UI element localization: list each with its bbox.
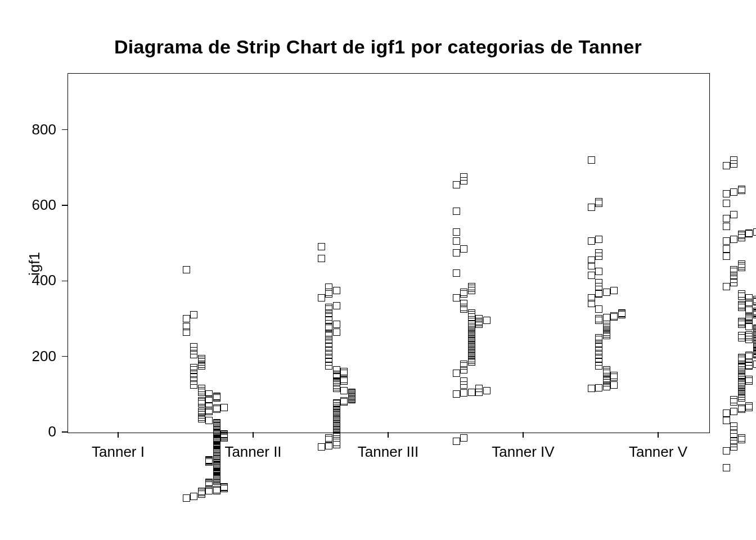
y-tick-mark [62,205,68,206]
data-point [333,399,340,407]
chart-container: { "chart_data": { "type": "scatter", "ti… [0,0,756,540]
data-point [190,493,197,500]
data-point [333,302,340,309]
data-point [453,249,460,256]
data-point [618,309,626,317]
data-point [333,439,340,446]
data-point [723,215,730,222]
data-point [340,368,348,375]
data-point [738,260,745,268]
data-point [318,255,325,262]
data-point [333,321,340,328]
x-tick-mark [118,432,119,438]
data-point [190,311,197,318]
y-tick-label: 200 [22,348,56,365]
data-point [220,430,228,438]
data-point [460,300,467,307]
data-point [460,289,467,296]
data-point [610,312,618,320]
data-point [475,385,483,392]
y-tick-mark [62,431,68,433]
x-tick-label: Tanner III [343,443,433,461]
data-point [453,438,460,445]
data-point [730,408,737,415]
data-point [460,389,467,397]
data-point [190,343,197,350]
data-point [745,376,753,383]
data-point [213,393,220,400]
data-point [730,156,737,164]
y-tick-label: 0 [22,423,56,440]
data-point [730,236,737,243]
data-point [588,385,595,392]
data-point [460,173,467,181]
data-point [730,422,737,430]
data-point [453,269,460,277]
data-point [190,364,197,371]
data-point [723,237,730,245]
data-point [325,442,332,449]
data-point [468,321,475,328]
data-point [588,294,595,302]
data-point [333,366,340,374]
data-point [213,419,220,426]
data-point [610,287,618,294]
data-point [730,266,737,273]
data-point [753,228,757,236]
plot-area [68,73,710,433]
data-point [453,181,460,188]
data-point [730,188,737,196]
data-point [730,438,737,445]
data-point [723,245,730,253]
x-tick-mark [388,432,389,438]
data-point [588,256,595,264]
data-point [588,272,595,279]
data-point [333,287,340,294]
data-point [738,434,745,442]
data-point [340,397,348,404]
data-point [730,396,737,403]
data-point [483,387,490,394]
data-point [318,294,325,302]
x-tick-mark [658,432,659,438]
data-point [213,404,220,412]
data-point [738,332,745,339]
data-point [595,305,602,313]
data-point [213,486,220,493]
x-tick-label: Tanner IV [478,443,568,461]
y-tick-mark [62,281,68,282]
data-point [475,315,483,322]
data-point [595,279,602,286]
data-point [595,290,602,297]
data-point [453,208,460,215]
data-point [595,198,602,205]
data-point [723,464,730,471]
y-tick-label: 400 [22,272,56,289]
data-point [453,228,460,236]
data-point [183,494,190,502]
data-point [745,230,753,237]
data-point [183,266,190,273]
data-point [183,315,190,322]
data-point [198,385,205,392]
data-point [753,338,757,345]
data-point [588,156,595,164]
x-tick-mark [523,432,524,438]
data-point [745,312,753,320]
data-point [738,231,745,238]
data-point [460,377,467,385]
data-point [220,483,228,490]
data-point [603,289,610,296]
data-point [753,296,757,303]
data-point [723,417,730,424]
data-point [595,236,602,243]
data-point [333,328,340,336]
data-point [318,443,325,451]
data-point [723,223,730,230]
data-point [325,434,332,442]
data-point [753,325,757,332]
data-point [205,479,213,486]
data-point [595,268,602,275]
data-point [325,304,332,311]
data-point [205,417,213,424]
